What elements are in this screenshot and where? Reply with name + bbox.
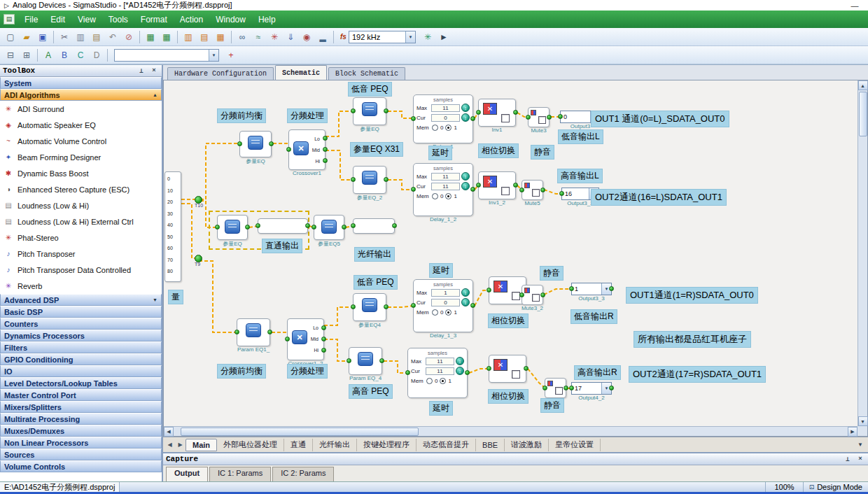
probe-icon[interactable]: ◉: [299, 30, 314, 44]
eq-block[interactable]: 参量EQ: [217, 215, 248, 240]
toolbox-item-dynamic-bass-boost[interactable]: ✱Dynamic Bass Boost: [0, 165, 162, 181]
schematic-view-icon[interactable]: ▦: [143, 30, 158, 44]
mute-toggle[interactable]: [532, 294, 540, 302]
mem-radio-0[interactable]: [432, 193, 438, 199]
toolbox-item-phat-stereo[interactable]: ✳Phat-Stereo: [0, 230, 162, 246]
mem-radio-0[interactable]: [432, 309, 438, 316]
menu-item-tools[interactable]: Tools: [102, 12, 134, 27]
settings-icon[interactable]: ✳: [420, 30, 435, 44]
sample-rate-select[interactable]: 192 kHz ▼: [349, 31, 416, 43]
mem-radio-0[interactable]: [426, 378, 433, 384]
scroll-down-icon[interactable]: ▼: [858, 416, 868, 426]
minimize-button[interactable]: —: [846, 1, 864, 10]
toolbox-category-filters[interactable]: Filters: [0, 341, 162, 353]
passthrough-block[interactable]: [258, 218, 308, 234]
add-icon[interactable]: +: [223, 48, 239, 62]
toolbox-category-system[interactable]: System: [0, 77, 162, 89]
cut-icon[interactable]: ✂: [57, 30, 72, 44]
toolbox-category-gpio-conditioning[interactable]: GPIO Conditioning: [0, 353, 162, 365]
scroll-right-icon[interactable]: ▶: [848, 427, 858, 437]
pin-icon[interactable]: ⊥: [136, 67, 146, 75]
block-icon[interactable]: ⊘: [121, 30, 136, 44]
vscale-icon[interactable]: ▤: [197, 30, 212, 44]
scroll-chevron-icon[interactable]: ▼: [153, 297, 158, 302]
toolbox-category-advanced-dsp[interactable]: Advanced DSP▼: [0, 294, 162, 306]
toolbox-category-dynamics-processors[interactable]: Dynamics Processors: [0, 330, 162, 341]
tab-overflow-icon[interactable]: ▼: [854, 442, 867, 448]
grid-snap-icon[interactable]: ▦: [213, 30, 228, 44]
toolbox-category-basic-dsp[interactable]: Basic DSP: [0, 306, 162, 318]
anchor-icon[interactable]: ⊞: [19, 48, 34, 62]
capture-tab-ic-1-params[interactable]: IC 1: Params: [209, 467, 271, 481]
mem-radio-1[interactable]: [445, 309, 451, 316]
spinner-icon[interactable]: ↕: [461, 113, 470, 122]
copy-icon[interactable]: ▥: [73, 30, 88, 44]
eq-block[interactable]: 参量EQ5: [314, 215, 344, 240]
page-tab-按键处理程序[interactable]: 按键处理程序: [357, 439, 416, 451]
link-icon[interactable]: ∞: [234, 30, 250, 44]
toolbox-category-mixers-splitters[interactable]: Mixers/Splitters: [0, 401, 162, 413]
output-select-block[interactable]: 17▼Output4_2: [571, 382, 612, 395]
page-tab-谐波激励[interactable]: 谐波激励: [505, 439, 549, 451]
eq-block[interactable]: 参量EQ4: [353, 293, 386, 321]
menu-item-file[interactable]: File: [18, 12, 44, 27]
spinner-icon[interactable]: ↕: [456, 357, 464, 365]
mute-block[interactable]: Mute3: [528, 107, 550, 127]
delay-block[interactable]: samplesMax11↕Cur0↕Mem01Delay_1: [413, 94, 473, 143]
menu-item-help[interactable]: Help: [252, 12, 282, 27]
toolbox-category-non-linear-processors[interactable]: Non Linear Processors: [0, 437, 162, 449]
wire-node-t10[interactable]: T10: [195, 196, 202, 204]
channel-d-icon[interactable]: D: [89, 48, 104, 62]
mute-block[interactable]: Mute3_2: [522, 285, 543, 305]
mem-radio-1[interactable]: [445, 125, 451, 131]
spinner-icon[interactable]: ↕: [456, 367, 464, 375]
undo-icon[interactable]: ↶: [105, 30, 120, 44]
toolbox-item-pitch-transposer-data-controlled[interactable]: ♪Pitch Transposer Data Controlled: [0, 262, 162, 278]
schematic-canvas[interactable]: 低音 PEQ分频前均衡分频处理参量EQ X31延时相位切换静音低音输出LOUT1…: [164, 80, 858, 426]
eq-block[interactable]: 参量EQ: [239, 131, 272, 157]
mute-toggle[interactable]: [538, 116, 546, 124]
hscale-icon[interactable]: ▥: [181, 30, 196, 44]
invert-toggle[interactable]: [501, 187, 510, 195]
toolbox-category-io[interactable]: IO: [0, 365, 162, 377]
paste-icon[interactable]: ▤: [89, 30, 104, 44]
spinner-icon[interactable]: ↕: [461, 298, 470, 306]
spinner-icon[interactable]: ↕: [461, 182, 470, 190]
mem-radio-1[interactable]: [445, 193, 451, 199]
tab-scroll-right-icon[interactable]: ▶: [175, 439, 186, 451]
page-tab-直通[interactable]: 直通: [284, 439, 313, 451]
page-tab-动态低音提升[interactable]: 动态低音提升: [416, 439, 476, 451]
toolbox-category-master-control-port[interactable]: Master Control Port: [0, 389, 162, 401]
spinner-icon[interactable]: ↕: [461, 172, 470, 181]
page-tab-皇帝位设置[interactable]: 皇帝位设置: [549, 439, 601, 451]
mem-radio-0[interactable]: [432, 125, 438, 131]
toolbox-item-beam-forming-designer[interactable]: ✦Beam Forming Designer: [0, 149, 162, 165]
capture-tab-output[interactable]: Output: [166, 467, 208, 481]
toolbox-item-loudness-low-hi[interactable]: ▤Loudness (Low & Hi): [0, 197, 162, 213]
invert-toggle[interactable]: [512, 370, 520, 379]
phase-invert-block[interactable]: ✕: [489, 355, 526, 383]
page-tab-main[interactable]: Main: [186, 439, 217, 451]
toolbox-item-loudness-low-hi-external-ctrl[interactable]: ▤Loudness (Low & Hi) External Ctrl: [0, 213, 162, 230]
wire-node-t9[interactable]: T9: [195, 255, 202, 262]
save-icon[interactable]: ▣: [35, 30, 50, 44]
menu-item-view[interactable]: View: [71, 12, 102, 27]
delay-block[interactable]: samplesMax1↕Cur0↕Mem01Delay_1_3: [413, 279, 473, 332]
mute-block[interactable]: [545, 378, 566, 398]
download-icon[interactable]: ⇓: [283, 30, 298, 44]
toolbox-item-pitch-transposer[interactable]: ♪Pitch Transposer: [0, 246, 162, 262]
crossover-block[interactable]: ✕LoMidHiCrossover1: [288, 129, 326, 170]
toolbox-item-automatic-volume-control[interactable]: ~Automatic Volume Control: [0, 133, 162, 149]
invert-toggle[interactable]: [501, 114, 510, 122]
scroll-up-icon[interactable]: ▲: [858, 80, 868, 90]
toolbox-item-automatic-speaker-eq[interactable]: ◈Automatic Speaker EQ: [0, 117, 162, 133]
output-select-block[interactable]: 1▼Output3_3: [571, 283, 612, 295]
dropdown-arrow-icon[interactable]: ▼: [405, 31, 415, 43]
channel-a-icon[interactable]: A: [41, 48, 56, 62]
scroll-left-icon[interactable]: ◀: [164, 427, 174, 437]
horizontal-scrollbar[interactable]: ◀ ▶: [164, 426, 858, 436]
page-tab-光纤输出[interactable]: 光纤输出: [313, 439, 357, 451]
new-file-icon[interactable]: ▢: [3, 30, 18, 44]
phase-invert-block[interactable]: ✕Inv1_2: [478, 171, 516, 199]
toolbox-category-adi-algorithms[interactable]: ADI Algorithms▲: [0, 89, 162, 101]
